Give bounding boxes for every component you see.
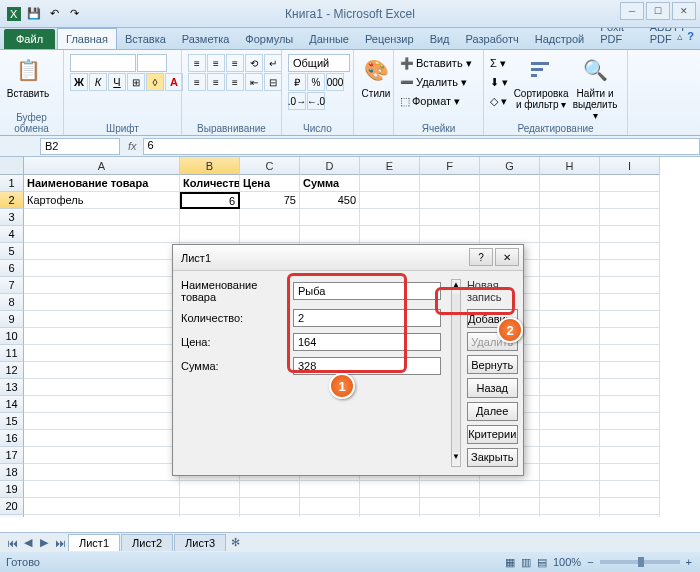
cell-A5[interactable] [24, 243, 180, 260]
sheet-nav-next[interactable]: ▶ [36, 536, 52, 549]
zoom-slider[interactable] [600, 560, 680, 564]
cell-F4[interactable] [420, 226, 480, 243]
cell-D3[interactable] [300, 209, 360, 226]
tab-review[interactable]: Рецензир [357, 29, 422, 49]
cell-F2[interactable] [420, 192, 480, 209]
cell-A8[interactable] [24, 294, 180, 311]
cell-H5[interactable] [540, 243, 600, 260]
cell-A2[interactable]: Картофель [24, 192, 180, 209]
cell-A14[interactable] [24, 396, 180, 413]
row-20[interactable]: 20 [0, 498, 24, 515]
cell-F3[interactable] [420, 209, 480, 226]
bold-icon[interactable]: Ж [70, 73, 88, 91]
row-8[interactable]: 8 [0, 294, 24, 311]
sheet-tab-2[interactable]: Лист2 [121, 534, 173, 551]
cell-C4[interactable] [240, 226, 300, 243]
cell-H2[interactable] [540, 192, 600, 209]
cell-A11[interactable] [24, 345, 180, 362]
cell-I16[interactable] [600, 430, 660, 447]
cell-I13[interactable] [600, 379, 660, 396]
cell-E4[interactable] [360, 226, 420, 243]
row-21[interactable]: 21 [0, 515, 24, 517]
cell-A10[interactable] [24, 328, 180, 345]
clear-button[interactable]: ◇ ▾ [490, 92, 508, 110]
tab-insert[interactable]: Вставка [117, 29, 174, 49]
next-button[interactable]: Далее [467, 402, 518, 421]
cell-B20[interactable] [180, 498, 240, 515]
cell-E20[interactable] [360, 498, 420, 515]
row-1[interactable]: 1 [0, 175, 24, 192]
cell-G19[interactable] [480, 481, 540, 498]
cell-A7[interactable] [24, 277, 180, 294]
comma-icon[interactable]: 000 [326, 73, 344, 91]
fill-button[interactable]: ⬇ ▾ [490, 73, 508, 91]
sheet-nav-prev[interactable]: ◀ [20, 536, 36, 549]
percent-icon[interactable]: % [307, 73, 325, 91]
row-18[interactable]: 18 [0, 464, 24, 481]
tab-addins[interactable]: Надстрой [527, 29, 592, 49]
cell-H7[interactable] [540, 277, 600, 294]
cell-H8[interactable] [540, 294, 600, 311]
cell-I4[interactable] [600, 226, 660, 243]
align-right-icon[interactable]: ≡ [226, 73, 244, 91]
cell-F21[interactable] [420, 515, 480, 517]
criteria-button[interactable]: Критерии [467, 425, 518, 444]
cell-B4[interactable] [180, 226, 240, 243]
cell-H10[interactable] [540, 328, 600, 345]
col-G[interactable]: G [480, 157, 540, 175]
styles-button[interactable]: 🎨 Стили [360, 54, 392, 99]
cell-H19[interactable] [540, 481, 600, 498]
cell-H20[interactable] [540, 498, 600, 515]
col-H[interactable]: H [540, 157, 600, 175]
format-cells-button[interactable]: ⬚Формат ▾ [400, 92, 472, 110]
cell-G21[interactable] [480, 515, 540, 517]
view-break-icon[interactable]: ▤ [537, 556, 547, 569]
cell-I9[interactable] [600, 311, 660, 328]
tab-dev[interactable]: Разработч [458, 29, 527, 49]
cell-C19[interactable] [240, 481, 300, 498]
cell-D2[interactable]: 450 [300, 192, 360, 209]
minimize-button[interactable]: ─ [620, 2, 644, 20]
select-all-corner[interactable] [0, 157, 24, 175]
indent-dec-icon[interactable]: ⇤ [245, 73, 263, 91]
cell-I19[interactable] [600, 481, 660, 498]
cell-A16[interactable] [24, 430, 180, 447]
cell-A6[interactable] [24, 260, 180, 277]
cell-F1[interactable] [420, 175, 480, 192]
cell-I18[interactable] [600, 464, 660, 481]
row-2[interactable]: 2 [0, 192, 24, 209]
col-E[interactable]: E [360, 157, 420, 175]
cell-F19[interactable] [420, 481, 480, 498]
cell-H16[interactable] [540, 430, 600, 447]
save-icon[interactable]: 💾 [26, 6, 42, 22]
row-9[interactable]: 9 [0, 311, 24, 328]
cell-I8[interactable] [600, 294, 660, 311]
underline-icon[interactable]: Ч [108, 73, 126, 91]
font-name-combo[interactable] [70, 54, 136, 72]
cell-E21[interactable] [360, 515, 420, 517]
scroll-track[interactable] [452, 294, 460, 452]
close-form-button[interactable]: Закрыть [467, 448, 518, 467]
cell-A20[interactable] [24, 498, 180, 515]
cell-H14[interactable] [540, 396, 600, 413]
tab-data[interactable]: Данные [301, 29, 357, 49]
font-color-icon[interactable]: A [165, 73, 183, 91]
row-3[interactable]: 3 [0, 209, 24, 226]
currency-icon[interactable]: ₽ [288, 73, 306, 91]
cell-I14[interactable] [600, 396, 660, 413]
cell-B1[interactable]: Количество [180, 175, 240, 192]
row-14[interactable]: 14 [0, 396, 24, 413]
cell-A4[interactable] [24, 226, 180, 243]
cell-H3[interactable] [540, 209, 600, 226]
cell-I10[interactable] [600, 328, 660, 345]
scroll-up-icon[interactable]: ▲ [452, 280, 460, 294]
row-6[interactable]: 6 [0, 260, 24, 277]
cell-I11[interactable] [600, 345, 660, 362]
cell-D20[interactable] [300, 498, 360, 515]
cell-B3[interactable] [180, 209, 240, 226]
row-7[interactable]: 7 [0, 277, 24, 294]
dialog-close-button[interactable]: ✕ [495, 248, 519, 266]
row-12[interactable]: 12 [0, 362, 24, 379]
italic-icon[interactable]: К [89, 73, 107, 91]
sheet-tab-1[interactable]: Лист1 [68, 534, 120, 551]
